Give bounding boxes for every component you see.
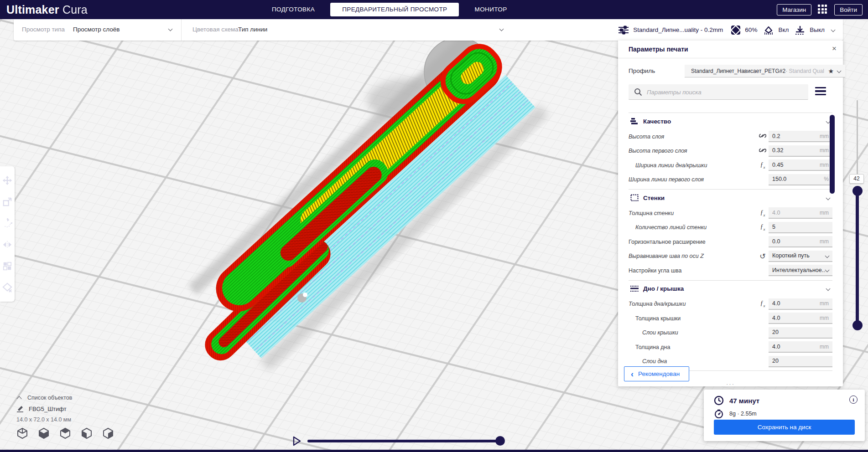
tab-preview[interactable]: ПРЕДВАРИТЕЛЬНЫЙ ПРОСМОТР [330, 3, 459, 16]
sign-in-button[interactable]: Войти [834, 4, 863, 15]
header-right: Магазин Войти [777, 0, 863, 19]
view-top-icon[interactable] [59, 427, 71, 439]
profile-dropdown[interactable]: Standard_Липнет_Нависает_PETG#2 - Standa… [685, 65, 845, 77]
save-to-disk-button[interactable]: Сохранить на диск [714, 420, 855, 435]
setting-row: Слои крышки 20 [629, 326, 832, 340]
setting-row: Высота слоя 0.2mm [629, 129, 832, 144]
chevron-down-icon [837, 69, 842, 73]
pencil-icon [16, 405, 24, 412]
toolbar-divider [181, 19, 182, 41]
settings-scrollbar[interactable] [830, 115, 835, 194]
tab-monitor[interactable]: МОНИТОР [463, 3, 519, 16]
playback-slider-track[interactable] [307, 440, 504, 442]
scale-tool-icon[interactable] [2, 197, 12, 207]
star-icon[interactable]: ★ [828, 67, 834, 75]
setting-label: Ширина линии первого слоя [629, 176, 757, 183]
chevron-down-icon [168, 27, 173, 31]
setting-value-field[interactable]: 0.45mm [769, 159, 832, 171]
setting-value-field[interactable]: 0.2mm [769, 131, 832, 142]
back-chevron-icon: ‹ [631, 372, 634, 376]
stage-tabs: ПОДГОТОВКА ПРЕДВАРИТЕЛЬНЫЙ ПРОСМОТР МОНИ… [260, 0, 519, 19]
formula-icon: ƒx [757, 223, 769, 231]
setting-value-field[interactable]: 20 [769, 327, 832, 339]
setting-label: Высота первого слоя [629, 148, 757, 154]
walls-icon [630, 194, 639, 201]
object-list-toggle[interactable]: Список объектов [16, 395, 114, 401]
top-bottom-icon [630, 285, 639, 293]
settings-menu-icon[interactable] [815, 87, 826, 96]
setting-label: Слои крышки [629, 329, 757, 336]
per-model-settings-icon[interactable] [2, 261, 12, 271]
section-header-walls[interactable]: Стенки [629, 190, 832, 206]
setting-value-field[interactable]: 4.0mm [769, 341, 832, 353]
settings-search-box[interactable] [629, 84, 808, 100]
view-right-icon[interactable] [102, 427, 114, 439]
logo-light: Cura [62, 3, 88, 16]
view-type-dropdown[interactable]: Просмотр слоёв [73, 26, 120, 33]
layer-slider-range[interactable] [856, 190, 859, 325]
setting-value-field[interactable]: 0.32mm [769, 145, 832, 157]
playback-slider-handle[interactable] [495, 436, 505, 446]
setting-row: Ширина линии первого слоя 150.0% [629, 173, 832, 187]
layer-playback [291, 433, 510, 449]
setting-dropdown[interactable]: Короткий путь [769, 251, 832, 262]
setting-label: Количество линий стенки [629, 224, 757, 231]
setting-label: Толщина крышки [629, 315, 757, 322]
setting-row: Толщина крышки 4.0mm [629, 311, 832, 326]
formula-icon: ƒx [757, 209, 769, 217]
formula-icon: ƒx [757, 161, 769, 170]
print-configuration-summary[interactable]: Standard_Липне...uality - 0.2mm 60% Вкл … [618, 19, 838, 41]
layer-slider-track[interactable] [857, 100, 858, 180]
setting-row: Толщина дна 4.0mm [629, 340, 832, 354]
object-list: Список объектов FBG5_Штифт 14.0 x 72.0 x… [16, 395, 114, 439]
move-tool-icon[interactable] [2, 175, 12, 185]
setting-value-field[interactable]: 4.0mm [769, 207, 832, 219]
search-icon [634, 88, 642, 96]
chevron-down-icon [825, 253, 830, 258]
setting-value-field[interactable]: 4.0mm [769, 298, 832, 310]
print-settings-panel: Параметры печати × Профиль Standard_Липн… [618, 41, 843, 386]
layer-slider-upper-handle[interactable] [852, 186, 863, 196]
chevron-down-icon [826, 195, 831, 200]
print-settings-sliders-icon [618, 26, 629, 35]
setting-value-field[interactable]: 20 [769, 356, 832, 367]
setting-dropdown[interactable]: Интеллектуальное... [769, 265, 832, 276]
setting-row: Высота первого слоя 0.32mm [629, 144, 832, 159]
setting-value-field[interactable]: 4.0mm [769, 313, 832, 324]
color-scheme-dropdown[interactable]: Тип линии [238, 26, 267, 33]
support-icon [763, 25, 774, 35]
view-3d-icon[interactable] [16, 427, 28, 439]
search-row [629, 84, 832, 100]
tab-prepare[interactable]: ПОДГОТОВКА [260, 3, 327, 16]
marketplace-button[interactable]: Магазин [777, 4, 811, 15]
view-left-icon[interactable] [81, 427, 93, 439]
setting-value-field[interactable]: 150.0% [769, 174, 832, 185]
support-blocker-icon[interactable] [2, 282, 12, 293]
object-list-item[interactable]: FBG5_Штифт [16, 405, 114, 412]
reset-icon[interactable]: ↺ [757, 252, 769, 261]
section-header-topbottom[interactable]: Дно / крышка [629, 281, 832, 297]
info-icon[interactable]: i [849, 396, 858, 404]
view-front-icon[interactable] [38, 427, 50, 439]
setting-row: Количество линий стенки ƒx 5 [629, 221, 832, 235]
recommended-mode-button[interactable]: ‹ Рекомендован [624, 366, 689, 381]
section-header-quality[interactable]: Качество [629, 113, 832, 129]
setting-label: Толщина стенки [629, 210, 757, 216]
profile-summary: Standard_Липне...uality - 0.2mm [633, 26, 723, 33]
panel-resize-handle[interactable]: ··· [726, 380, 735, 387]
layer-slider-lower-handle[interactable] [852, 320, 863, 330]
setting-value-field[interactable]: 5 [769, 222, 832, 233]
support-value: Вкл [778, 26, 789, 33]
play-icon[interactable] [292, 436, 302, 447]
formula-icon: ƒx [757, 300, 769, 308]
setting-row: Настройки угла шва Интеллектуальное... [629, 263, 832, 278]
chevron-down-icon [499, 27, 504, 31]
setting-label: Ширина линии дна/крышки [629, 162, 757, 169]
close-icon[interactable]: × [832, 44, 837, 53]
applications-grid-icon[interactable] [818, 5, 828, 15]
mirror-tool-icon[interactable] [2, 240, 12, 250]
setting-label: Горизонтальное расширение [629, 239, 757, 245]
search-input[interactable] [647, 86, 802, 98]
setting-value-field[interactable]: 0.0mm [769, 236, 832, 247]
rotate-tool-icon[interactable] [2, 218, 12, 228]
